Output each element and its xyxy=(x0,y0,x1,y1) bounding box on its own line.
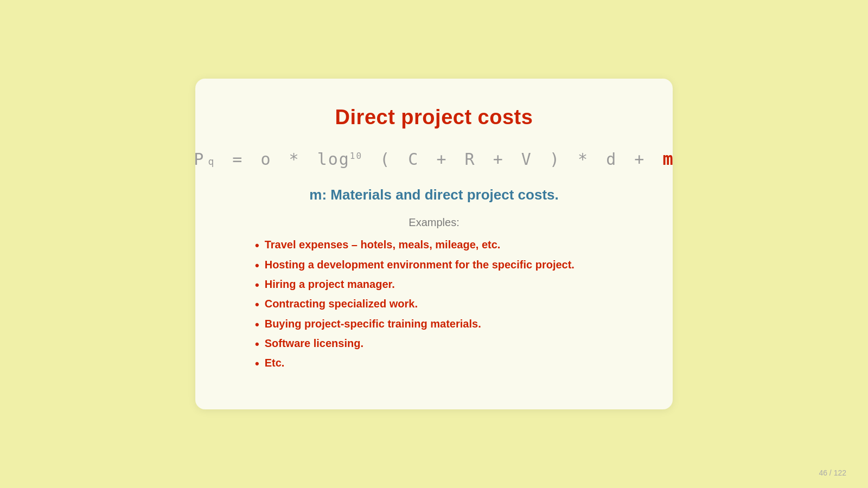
formula-paren-open: ( xyxy=(380,150,391,169)
bullet-icon: • xyxy=(255,337,259,351)
bullet-icon: • xyxy=(255,318,259,332)
formula-d: d xyxy=(606,150,617,169)
examples-label: Examples: xyxy=(233,216,635,229)
formula-plus1: + xyxy=(436,150,447,169)
formula-v: V xyxy=(521,150,532,169)
formula-log: log10 xyxy=(317,150,362,169)
bullet-icon: • xyxy=(255,259,259,273)
examples-list: •Travel expenses – hotels, meals, mileag… xyxy=(233,239,635,377)
formula-mul2: * xyxy=(578,150,589,169)
slide-title: Direct project costs xyxy=(335,106,533,129)
formula-mul1: * xyxy=(289,150,300,169)
list-item-text: Hosting a development environment for th… xyxy=(265,259,575,271)
formula-paren-close: ) xyxy=(550,150,560,169)
formula-row: Pq = o * log10 ( C + R + V ) * d + m xyxy=(233,149,635,169)
list-item-text: Hiring a project manager. xyxy=(265,278,395,291)
list-item: •Software licensing. xyxy=(255,337,635,351)
slide-card: Direct project costs Pq = o * log10 ( C … xyxy=(195,79,673,409)
formula-r: R xyxy=(465,150,476,169)
bullet-icon: • xyxy=(255,357,259,371)
formula-plus3: + xyxy=(634,150,645,169)
bullet-icon: • xyxy=(255,298,259,312)
list-item: •Etc. xyxy=(255,357,635,371)
formula-m: m xyxy=(662,149,674,169)
formula-c: C xyxy=(408,150,419,169)
bullet-icon: • xyxy=(255,278,259,292)
list-item-text: Buying project-specific training materia… xyxy=(265,318,481,330)
formula-equals: = xyxy=(232,150,243,169)
list-item: •Hosting a development environment for t… xyxy=(255,259,635,273)
formula-plus2: + xyxy=(493,150,504,169)
formula-log-sup: 10 xyxy=(350,151,362,161)
slide-number: 46 / 122 xyxy=(819,468,846,477)
list-item-text: Travel expenses – hotels, meals, mileage… xyxy=(265,239,501,251)
formula-display: Pq = o * log10 ( C + R + V ) * d + m xyxy=(194,149,674,169)
list-item: •Contracting specialized work. xyxy=(255,298,635,312)
bullet-icon: • xyxy=(255,239,259,253)
list-item-text: Software licensing. xyxy=(265,337,363,350)
m-definition: m: Materials and direct project costs. xyxy=(233,187,635,203)
list-item-text: Etc. xyxy=(265,357,285,369)
list-item: •Travel expenses – hotels, meals, mileag… xyxy=(255,239,635,253)
formula-p: P xyxy=(194,150,205,169)
list-item-text: Contracting specialized work. xyxy=(265,298,418,310)
list-item: •Hiring a project manager. xyxy=(255,278,635,292)
formula-o: o xyxy=(260,150,271,169)
list-item: •Buying project-specific training materi… xyxy=(255,318,635,332)
